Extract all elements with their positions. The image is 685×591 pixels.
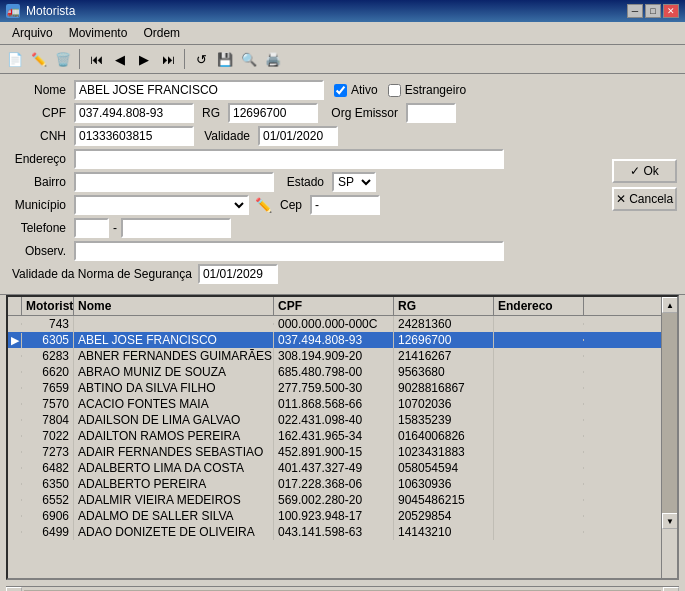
phone-dash: - (113, 221, 117, 235)
observ-row: Observ. (8, 241, 677, 261)
row-indicator (8, 323, 22, 325)
nome-input[interactable] (74, 80, 324, 100)
minimize-button[interactable]: ─ (627, 4, 643, 18)
rg-input[interactable] (228, 103, 318, 123)
table-row[interactable]: 6499 ADAO DONIZETE DE OLIVEIRA 043.141.5… (8, 524, 661, 540)
cell-rg: 15835239 (394, 412, 494, 428)
table-row[interactable]: 6482 ADALBERTO LIMA DA COSTA 401.437.327… (8, 460, 661, 476)
table-row[interactable]: 7570 ACACIO FONTES MAIA 011.868.568-66 1… (8, 396, 661, 412)
observ-input[interactable] (74, 241, 504, 261)
table-row[interactable]: 7804 ADAILSON DE LIMA GALVAO 022.431.098… (8, 412, 661, 428)
cell-cpf: 043.141.598-63 (274, 524, 394, 540)
validade-input[interactable] (258, 126, 338, 146)
maximize-button[interactable]: □ (645, 4, 661, 18)
table-row[interactable]: 6620 ABRAO MUNIZ DE SOUZA 685.480.798-00… (8, 364, 661, 380)
ativo-group: Ativo (334, 83, 378, 97)
cell-endereco (494, 387, 584, 389)
estado-select[interactable]: SPRJMGRSPR (332, 172, 376, 192)
refresh-button[interactable]: ↺ (190, 48, 212, 70)
nome-label: Nome (8, 83, 70, 97)
cpf-label: CPF (8, 106, 70, 120)
table-row[interactable]: 6552 ADALMIR VIEIRA MEDEIROS 569.002.280… (8, 492, 661, 508)
cep-input[interactable] (310, 195, 380, 215)
prev-button[interactable]: ◀ (109, 48, 131, 70)
nome-row: Nome Ativo Estrangeiro (8, 80, 677, 100)
telefone-row: Telefone - (8, 218, 677, 238)
table-header: Motorista Nome CPF RG Endereco (8, 297, 661, 316)
table-row[interactable]: 743 000.000.000-000C 24281360 (8, 316, 661, 332)
table-row[interactable]: 6283 ABNER FERNANDES GUIMARÃES 308.194.9… (8, 348, 661, 364)
vertical-scrollbar[interactable]: ▲ ▼ (661, 297, 677, 578)
cell-motorista: 6620 (22, 364, 74, 380)
scroll-left-button[interactable]: ◀ (6, 587, 22, 592)
estrangeiro-checkbox[interactable] (388, 84, 401, 97)
cell-motorista: 6906 (22, 508, 74, 524)
table-row[interactable]: 6350 ADALBERTO PEREIRA 017.228.368-06 10… (8, 476, 661, 492)
menu-arquivo[interactable]: Arquivo (4, 24, 61, 42)
table-scroll[interactable]: 743 000.000.000-000C 24281360 ▶ 6305 ABE… (8, 316, 661, 574)
cell-motorista: 7570 (22, 396, 74, 412)
cell-nome: ACACIO FONTES MAIA (74, 396, 274, 412)
save-button[interactable]: 💾 (214, 48, 236, 70)
telefone-num[interactable] (121, 218, 231, 238)
cell-endereco (494, 355, 584, 357)
cell-cpf: 022.431.098-40 (274, 412, 394, 428)
municipio-select[interactable] (74, 195, 249, 215)
ativo-checkbox[interactable] (334, 84, 347, 97)
validade-norma-input[interactable] (198, 264, 278, 284)
th-nome: Nome (74, 297, 274, 315)
th-motorista: Motorista (22, 297, 74, 315)
table-row[interactable]: 6906 ADALMO DE SALLER SILVA 100.923.948-… (8, 508, 661, 524)
cell-rg: 1023431883 (394, 444, 494, 460)
cell-nome: ADAIR FERNANDES SEBASTIAO (74, 444, 274, 460)
th-endereco: Endereco (494, 297, 584, 315)
menu-ordem[interactable]: Ordem (135, 24, 188, 42)
ativo-label: Ativo (351, 83, 378, 97)
cell-motorista: 6350 (22, 476, 74, 492)
endereco-row: Endereço (8, 149, 677, 169)
delete-button[interactable]: 🗑️ (52, 48, 74, 70)
endereco-input[interactable] (74, 149, 504, 169)
print-button[interactable]: 🖨️ (262, 48, 284, 70)
row-indicator (8, 531, 22, 533)
cell-cpf: 000.000.000-000C (274, 316, 394, 332)
row-indicator (8, 419, 22, 421)
cell-cpf: 401.437.327-49 (274, 460, 394, 476)
cell-nome: ABEL JOSE FRANCISCO (74, 332, 274, 348)
table-row[interactable]: ▶ 6305 ABEL JOSE FRANCISCO 037.494.808-9… (8, 332, 661, 348)
close-button[interactable]: ✕ (663, 4, 679, 18)
edit-button[interactable]: ✏️ (28, 48, 50, 70)
validade-label: Validade (198, 129, 254, 143)
search-button[interactable]: 🔍 (238, 48, 260, 70)
municipio-row: Município ✏️ Cep (8, 195, 677, 215)
cpf-input[interactable] (74, 103, 194, 123)
cnh-input[interactable] (74, 126, 194, 146)
data-table: Motorista Nome CPF RG Endereco 743 000.0… (6, 295, 679, 580)
new-button[interactable]: 📄 (4, 48, 26, 70)
pencil-icon[interactable]: ✏️ (255, 197, 272, 213)
next-button[interactable]: ▶ (133, 48, 155, 70)
cell-endereco (494, 371, 584, 373)
table-row[interactable]: 7022 ADAILTON RAMOS PEREIRA 162.431.965-… (8, 428, 661, 444)
org-emissor-input[interactable] (406, 103, 456, 123)
scroll-right-button[interactable]: ▶ (663, 587, 679, 592)
cell-motorista: 6283 (22, 348, 74, 364)
cancel-button[interactable]: ✕ Cancela (612, 187, 677, 211)
row-indicator (8, 467, 22, 469)
bairro-input[interactable] (74, 172, 274, 192)
th-rg: RG (394, 297, 494, 315)
first-button[interactable]: ⏮ (85, 48, 107, 70)
menu-movimento[interactable]: Movimento (61, 24, 136, 42)
window-title: Motorista (26, 4, 75, 18)
table-row[interactable]: 7659 ABTINO DA SILVA FILHO 277.759.500-3… (8, 380, 661, 396)
ok-cancel-area: ✓ Ok ✕ Cancela (612, 159, 677, 211)
cell-motorista: 6499 (22, 524, 74, 540)
horizontal-scrollbar[interactable]: ◀ ▶ (6, 586, 679, 591)
last-button[interactable]: ⏭ (157, 48, 179, 70)
estado-label: Estado (278, 175, 328, 189)
table-row[interactable]: 7273 ADAIR FERNANDES SEBASTIAO 452.891.9… (8, 444, 661, 460)
cell-rg: 0164006826 (394, 428, 494, 444)
telefone-ddd[interactable] (74, 218, 109, 238)
ok-button[interactable]: ✓ Ok (612, 159, 677, 183)
cell-rg: 14143210 (394, 524, 494, 540)
